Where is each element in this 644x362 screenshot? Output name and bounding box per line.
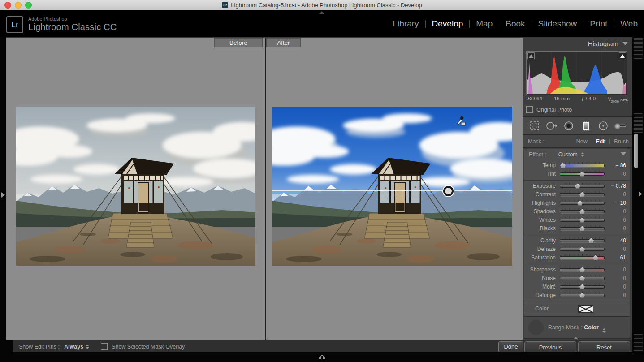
adjustment-brush-tool-icon[interactable] xyxy=(614,119,627,133)
shadow-clipping-indicator[interactable] xyxy=(527,52,535,59)
sharpness-slider[interactable] xyxy=(560,266,605,273)
slider-value[interactable]: 0 xyxy=(605,246,630,252)
slider-label: Tint xyxy=(524,171,560,177)
blacks-slider[interactable] xyxy=(560,225,605,232)
nav-map[interactable]: Map xyxy=(476,19,493,29)
slider-label: Clarity xyxy=(524,237,560,244)
highlights-slider[interactable] xyxy=(560,199,605,207)
mask-action-edit[interactable]: Edit xyxy=(596,138,606,145)
nav-web[interactable]: Web xyxy=(620,19,638,29)
show-edit-pins-dropdown[interactable]: Always xyxy=(64,344,89,350)
done-button[interactable]: Done xyxy=(498,341,523,352)
range-mask-dropdown[interactable]: Range Mask : Color xyxy=(524,324,630,333)
exposure-slider[interactable] xyxy=(560,182,605,190)
tint-slider[interactable] xyxy=(560,170,605,177)
nav-separator xyxy=(583,20,583,28)
radial-filter-tool-icon[interactable] xyxy=(596,119,610,133)
saturation-slider[interactable] xyxy=(560,254,605,261)
slider-label: Defringe xyxy=(524,292,560,298)
slider-value[interactable]: − 10 xyxy=(605,200,630,206)
nav-slideshow[interactable]: Slideshow xyxy=(538,19,577,29)
color-swatch[interactable] xyxy=(578,305,593,313)
shadows-slider[interactable] xyxy=(560,208,605,215)
reset-button[interactable]: Reset xyxy=(578,341,630,353)
slider-value[interactable]: − 0.78 xyxy=(605,183,630,189)
slider-value[interactable]: 61 xyxy=(605,254,630,261)
moiré-slider[interactable] xyxy=(560,283,605,290)
slider-value[interactable]: 0 xyxy=(605,292,630,298)
nav-develop[interactable]: Develop xyxy=(432,19,463,29)
red-eye-tool-icon[interactable] xyxy=(562,119,575,133)
show-toolbar-caret-icon[interactable] xyxy=(317,355,327,359)
tool-strip xyxy=(523,116,632,135)
contrast-slider[interactable] xyxy=(560,191,605,198)
defringe-slider[interactable] xyxy=(560,292,605,299)
slider-row-shadows: Shadows0 xyxy=(524,207,630,215)
slider-ticks xyxy=(561,254,604,256)
main-region: Before After Show Edit Pins : xyxy=(0,37,644,362)
slider-row-whites: Whites0 xyxy=(524,215,630,224)
slider-value[interactable]: 0 xyxy=(605,191,630,198)
crop-overlay-tool-icon[interactable] xyxy=(528,119,541,133)
previous-button[interactable]: Previous xyxy=(524,341,576,353)
slider-row-contrast: Contrast0 xyxy=(524,190,630,198)
zoom-button[interactable] xyxy=(25,2,32,9)
close-button[interactable] xyxy=(4,2,11,9)
nav-print[interactable]: Print xyxy=(590,19,607,29)
hide-right-panel-arrow-icon[interactable] xyxy=(639,191,642,197)
histogram[interactable] xyxy=(526,51,627,95)
adjustment-pin[interactable] xyxy=(443,186,454,196)
slider-row-exposure: Exposure− 0.78 xyxy=(524,181,630,190)
slider-row-blacks: Blacks0 xyxy=(524,224,630,233)
effect-label: Effect : xyxy=(529,151,546,158)
effect-preset-dropdown[interactable]: Custom xyxy=(558,151,584,158)
dehaze-slider[interactable] xyxy=(560,246,605,253)
lr-doc-icon: Lr xyxy=(222,2,228,8)
original-photo-label: Original Photo xyxy=(536,107,572,113)
slider-label: Sharpness xyxy=(524,267,560,273)
spot-removal-tool-icon[interactable] xyxy=(545,119,558,133)
show-edit-pins-value: Always xyxy=(64,344,83,350)
nav-book[interactable]: Book xyxy=(506,19,525,29)
slider-track[interactable] xyxy=(560,164,605,167)
panel-caret-icon[interactable] xyxy=(574,337,578,339)
panel-grip xyxy=(634,113,643,133)
slider-value[interactable]: − 86 xyxy=(605,162,630,168)
show-left-panel-arrow-icon[interactable] xyxy=(1,192,5,198)
slider-value[interactable]: 40 xyxy=(605,237,630,244)
slider-label: Saturation xyxy=(524,254,560,261)
after-photo[interactable] xyxy=(272,107,512,266)
collapse-panel-icon[interactable] xyxy=(621,152,626,155)
minimize-button[interactable] xyxy=(15,2,22,9)
slider-value[interactable]: 0 xyxy=(605,225,630,232)
panel-scrollbar-thumb[interactable] xyxy=(634,134,638,168)
exif-info: ISO 64 16 mm ƒ / 4.0 1/2000 sec xyxy=(526,96,628,103)
slider-value[interactable]: 0 xyxy=(605,284,630,290)
slider-value[interactable]: 0 xyxy=(605,217,630,223)
nav-library[interactable]: Library xyxy=(393,19,419,29)
slider-value[interactable]: 0 xyxy=(605,267,630,273)
mask-action-new[interactable]: New xyxy=(576,138,588,145)
histogram-header[interactable]: Histogram xyxy=(588,40,628,47)
mask-bar: Mask : NewEditBrush xyxy=(523,135,632,148)
original-photo-checkbox[interactable] xyxy=(526,106,533,113)
clarity-slider[interactable] xyxy=(560,237,605,244)
mask-sample-line xyxy=(272,194,512,194)
slider-track[interactable] xyxy=(560,185,605,188)
whites-slider[interactable] xyxy=(560,216,605,224)
titlebar-caret-icon[interactable] xyxy=(319,11,324,14)
effect-preset-value: Custom xyxy=(558,151,578,158)
slider-value[interactable]: 0 xyxy=(605,171,630,177)
titlebar: Lr Lightroom Catalog-5.lrcat - Adobe Pho… xyxy=(0,0,644,10)
mask-overlay-checkbox[interactable] xyxy=(101,343,108,350)
noise-slider[interactable] xyxy=(560,275,605,282)
mask-action-brush[interactable]: Brush xyxy=(614,138,629,145)
highlight-clipping-indicator[interactable] xyxy=(619,52,626,59)
logo-line-1: Adobe Photoshop xyxy=(28,16,117,22)
slider-track[interactable] xyxy=(560,239,605,242)
temp-slider[interactable] xyxy=(560,162,605,169)
updown-icon xyxy=(581,152,584,157)
slider-value[interactable]: 0 xyxy=(605,275,630,281)
slider-value[interactable]: 0 xyxy=(605,208,630,215)
graduated-filter-tool-icon[interactable] xyxy=(579,119,593,133)
